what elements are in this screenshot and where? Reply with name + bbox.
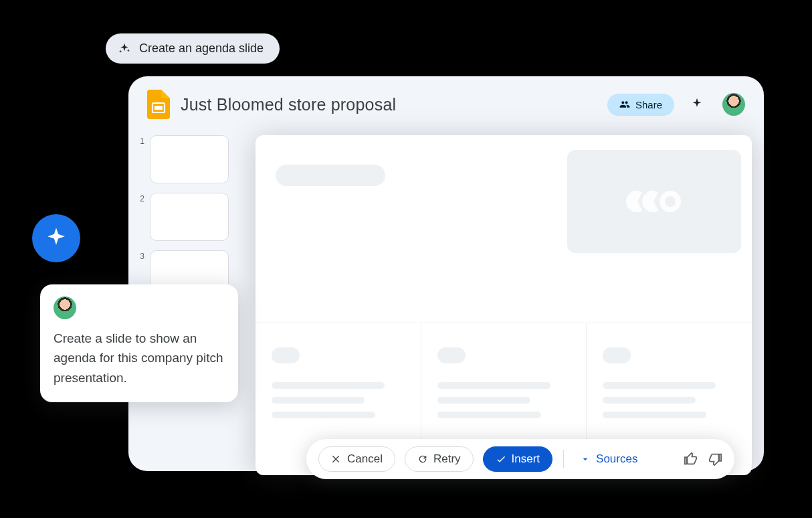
user-avatar xyxy=(54,296,76,319)
slides-header: Just Bloomed store proposal Share xyxy=(128,76,764,126)
user-avatar[interactable] xyxy=(722,93,745,116)
sources-button[interactable]: Sources xyxy=(575,448,643,470)
slide-thumbnail[interactable]: 2 xyxy=(138,193,229,241)
slides-window: Just Bloomed store proposal Share 1 2 3 xyxy=(128,76,764,471)
sparkle-icon xyxy=(118,42,131,56)
thumbs-down-icon xyxy=(708,452,722,466)
svg-rect-1 xyxy=(155,106,163,110)
gemini-badge xyxy=(32,214,80,262)
thumbs-up-button[interactable] xyxy=(684,452,698,466)
thumbnail-number: 3 xyxy=(138,252,144,261)
insert-label: Insert xyxy=(512,452,540,466)
slide-thumbnail[interactable]: 1 xyxy=(138,135,229,183)
suggestion-label: Create an agenda slide xyxy=(139,41,264,56)
divider xyxy=(563,450,564,468)
generated-slide-preview xyxy=(256,135,752,475)
people-icon xyxy=(619,99,630,110)
cancel-label: Cancel xyxy=(347,452,383,466)
suggestion-chip[interactable]: Create an agenda slide xyxy=(106,33,280,64)
chevron-down-icon xyxy=(580,454,591,464)
check-icon xyxy=(496,454,506,464)
cancel-button[interactable]: Cancel xyxy=(318,446,395,472)
action-bar: Cancel Retry Insert Sources xyxy=(306,439,734,479)
document-title[interactable]: Just Bloomed store proposal xyxy=(181,95,597,114)
thumbs-up-icon xyxy=(684,452,698,466)
refresh-icon xyxy=(417,454,428,464)
thumbnail-number: 1 xyxy=(138,137,144,146)
thumbnail-preview xyxy=(150,135,229,183)
prompt-text: Create a slide to show an agenda for thi… xyxy=(54,329,225,387)
close-icon xyxy=(331,454,342,464)
share-label: Share xyxy=(635,99,662,110)
prompt-card: Create a slide to show an agenda for thi… xyxy=(40,284,238,402)
thumbnail-number: 2 xyxy=(138,194,144,203)
share-button[interactable]: Share xyxy=(607,94,674,116)
slide-thumbnails: 1 2 3 xyxy=(138,135,229,298)
thumbs-down-button[interactable] xyxy=(708,452,722,466)
retry-label: Retry xyxy=(433,452,461,466)
insert-button[interactable]: Insert xyxy=(483,446,553,472)
slides-logo-icon xyxy=(147,90,170,119)
retry-button[interactable]: Retry xyxy=(405,446,474,472)
placeholder-title xyxy=(276,165,385,186)
sources-label: Sources xyxy=(596,452,637,466)
placeholder-image xyxy=(567,150,741,253)
thumbnail-preview xyxy=(150,193,229,241)
gemini-sparkle-button[interactable] xyxy=(689,96,705,112)
